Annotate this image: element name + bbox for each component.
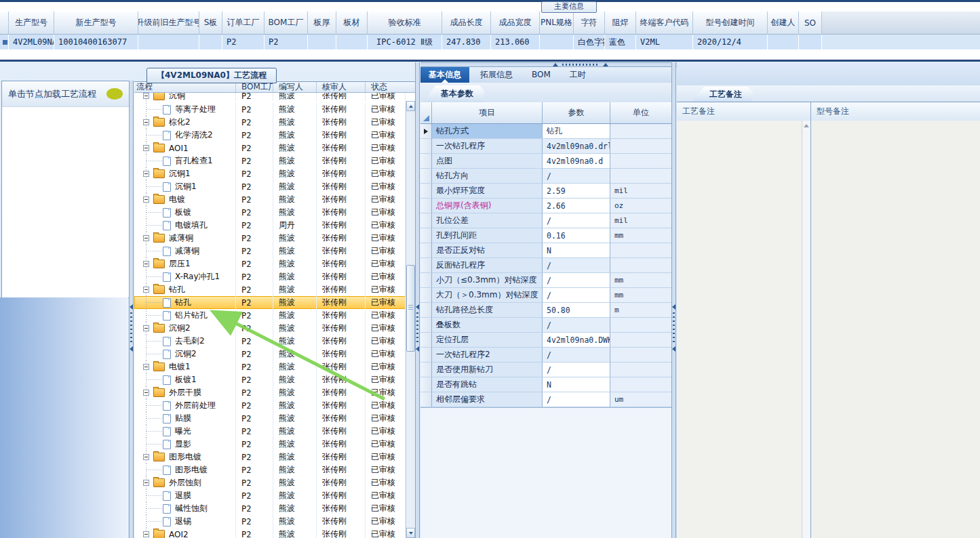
param-value-cell[interactable]: N [543,243,610,258]
param-unit-cell[interactable] [610,169,671,184]
param-row[interactable]: 相邻层偏要求/um [420,392,671,407]
model-col-header[interactable]: S板 [199,12,222,34]
right-splitter[interactable] [671,62,676,538]
scroll-down-button[interactable] [406,528,415,538]
param-row[interactable]: 小刀（≤0.3mm）对钻深度/mm [420,273,671,288]
param-row[interactable]: 总铜厚(含表铜)2.66oz [420,199,671,213]
param-unit-cell[interactable]: mm [610,273,671,288]
param-row[interactable]: 是否使用新钻刀/ [420,363,671,377]
param-value-cell[interactable]: 4v2ml09na0.DWK [543,333,610,348]
flow-node-row[interactable]: 显影P2熊波张传刚已审核 [134,438,406,451]
model-col-header[interactable]: 验收标准 [368,12,442,34]
flow-node-row[interactable]: 钻孔P2熊波张传刚已审核 [134,283,406,296]
param-item-cell[interactable]: 最小焊环宽度 [432,184,543,199]
param-item-cell[interactable]: 大刀（＞0.3mm）对钻深度 [432,288,543,303]
tab-basic-params[interactable]: 基本参数 [423,85,484,102]
param-item-cell[interactable]: 钻孔路径总长度 [432,303,543,318]
param-unit-cell[interactable]: m [610,303,671,318]
flow-tree-title-tab[interactable]: 【4V2ML09NA0】工艺流程 [146,68,277,83]
param-item-cell[interactable]: 点图 [432,154,543,169]
scroll-up-button[interactable] [802,121,810,131]
param-value-cell[interactable]: 0.16 [543,228,610,243]
param-item-cell[interactable]: 小刀（≤0.3mm）对钻深度 [432,273,543,288]
param-row[interactable]: 一次钻孔程序4v2ml09na0.drl [420,139,671,154]
detail-tab-2[interactable]: BOM [524,67,559,83]
param-value-cell[interactable]: / [543,348,610,363]
flow-node-row[interactable]: 电镀1P2熊波张传刚已审核 [134,360,406,373]
param-row[interactable]: 定位孔层4v2ml09na0.DWK [420,333,671,348]
param-value-cell[interactable]: / [543,258,610,273]
expand-collapse-box[interactable] [143,196,149,203]
param-value-cell[interactable]: 2.59 [543,184,610,199]
param-item-cell[interactable]: 一次钻孔程序 [432,139,543,154]
model-row[interactable]: 4V2ML09NA010010400163077P2P2IPC-6012 Ⅱ级2… [0,35,980,49]
param-item-cell[interactable]: 钻孔方向 [432,169,543,184]
scroll-up-button[interactable] [406,101,415,111]
select-all-corner[interactable] [420,102,432,123]
flow-node-row[interactable]: 沉铜1P2熊波张传刚已审核 [134,180,406,193]
flow-tree-scrollbar[interactable] [406,101,415,538]
flow-node-row[interactable]: AOI2P2熊波张传刚已审核 [134,528,406,538]
col-header-auditor[interactable]: 核审人 [317,82,366,92]
model-col-header[interactable]: 板材 [336,12,368,34]
flow-node-row[interactable]: 图形电镀P2熊波张传刚已审核 [134,463,406,476]
flow-node-row[interactable]: 外层蚀刻P2熊波张传刚已审核 [134,476,406,489]
param-unit-cell[interactable] [610,139,671,154]
param-row[interactable]: 钻孔方式钻孔 [420,124,671,139]
param-unit-cell[interactable] [610,363,671,377]
flow-node-row[interactable]: 沉铜P2熊波张传刚已审核 [134,93,406,103]
param-value-cell[interactable]: / [543,392,610,407]
flow-node-row[interactable]: 钻孔P2熊波张传刚已审核 [134,296,406,309]
expand-collapse-box[interactable] [143,390,149,396]
flow-node-row[interactable]: X-Ray冲孔1P2熊波张传刚已审核 [134,270,406,283]
param-unit-cell[interactable]: mil [610,213,671,228]
flow-node-row[interactable]: 曝光P2熊波张传刚已审核 [134,425,406,438]
param-item-cell[interactable]: 是否使用新钻刀 [432,363,543,377]
collapse-arrow-icon[interactable] [416,304,419,310]
model-col-header[interactable]: PNL规格 [540,12,574,34]
col-header-item[interactable]: 项目 [432,102,543,123]
flow-node-row[interactable]: 外层前处理P2熊波张传刚已审核 [134,399,406,412]
expand-collapse-box[interactable] [143,325,149,331]
param-unit-cell[interactable] [610,377,671,392]
flow-node-row[interactable]: 板镀P2熊波张传刚已审核 [134,206,406,219]
param-item-cell[interactable]: 一次钻孔程序2 [432,348,543,363]
param-value-cell[interactable]: / [543,318,610,333]
flow-node-row[interactable]: 沉铜2P2熊波张传刚已审核 [134,348,406,360]
param-row[interactable]: 点图4v2ml09na0.d [420,154,671,169]
param-item-cell[interactable]: 相邻层偏要求 [432,392,543,407]
param-unit-cell[interactable]: mm [610,228,671,243]
param-unit-cell[interactable]: mm [610,288,671,303]
model-col-header[interactable]: 订单工厂 [222,12,264,34]
model-col-header[interactable]: 终端客户代码 [636,12,693,34]
flow-node-row[interactable]: 化学清洗2P2熊波张传刚已审核 [134,129,406,142]
flow-node-row[interactable]: AOI1P2熊波张传刚已审核 [134,142,406,154]
param-row[interactable]: 孔位公差/mil [420,213,671,228]
left-splitter[interactable] [129,81,134,538]
param-value-cell[interactable]: 4v2ml09na0.drl [543,139,610,154]
detail-tab-1[interactable]: 拓展信息 [472,67,521,83]
flow-node-row[interactable]: 盲孔检查1P2熊波张传刚已审核 [134,154,406,167]
param-unit-cell[interactable] [610,318,671,333]
middle-splitter[interactable] [415,62,420,538]
collapse-arrow-icon[interactable] [672,304,675,310]
expand-collapse-box[interactable] [143,287,149,293]
flow-node-row[interactable]: 层压1P2熊波张传刚已审核 [134,257,406,270]
flow-node-row[interactable]: 退锡P2熊波张传刚已审核 [134,515,406,528]
param-item-cell[interactable]: 总铜厚(含表铜) [432,199,543,213]
model-col-header[interactable]: 新生产型号 [54,12,138,34]
flow-node-row[interactable]: 电镀填孔P2周丹张传刚已审核 [134,219,406,232]
param-unit-cell[interactable] [610,333,671,348]
tab-main-info[interactable]: 主要信息 [541,1,597,13]
splitter-grip[interactable] [416,312,418,342]
collapse-arrow-icon[interactable] [416,346,419,352]
param-value-cell[interactable]: 钻孔 [543,124,610,139]
model-col-header[interactable]: 升级前旧生产型号 [138,12,199,34]
param-unit-cell[interactable] [610,258,671,273]
flow-node-row[interactable]: 棕化2P2熊波张传刚已审核 [134,116,406,129]
param-unit-cell[interactable]: um [610,392,671,407]
flow-node-row[interactable]: 碱性蚀刻P2熊波张传刚已审核 [134,502,406,515]
splitter-grip[interactable] [130,312,132,342]
param-row[interactable]: 孔到孔间距0.16mm [420,228,671,243]
flow-node-row[interactable]: 外层干膜P2熊波张传刚已审核 [134,386,406,399]
